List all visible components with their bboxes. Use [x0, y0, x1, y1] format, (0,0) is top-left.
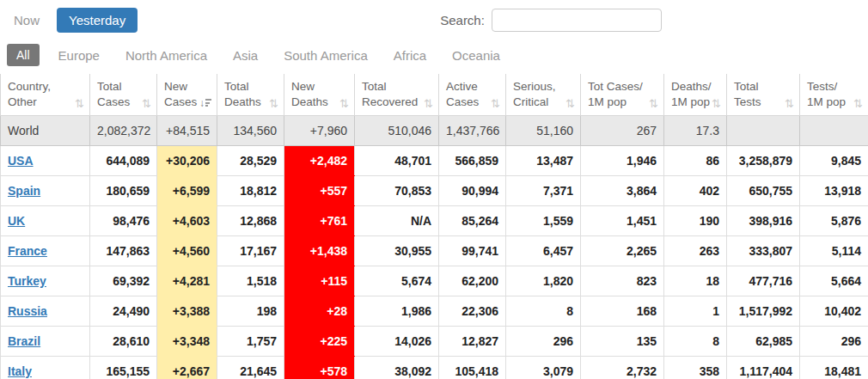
new-cases-cell: +3,388 [157, 296, 217, 326]
cases-per-1m-cell: 168 [581, 296, 664, 326]
total-recovered-cell: 14,026 [355, 326, 439, 356]
serious-critical-cell: 1,820 [506, 266, 581, 296]
table-row-russia: Russia 24,490 +3,388 198 +28 1,986 22,30… [1, 296, 868, 326]
col-header-total-tests[interactable]: TotalTests ⇅ [727, 74, 800, 115]
cases-per-1m-cell: 1,946 [581, 145, 664, 175]
tests-per-1m-cell: 5,876 [800, 205, 868, 235]
country-cell: World [1, 115, 90, 145]
total-tests-cell: 650,755 [727, 175, 800, 205]
total-tests-cell: 3,258,879 [727, 145, 800, 175]
cases-per-1m-cell: 3,864 [581, 175, 664, 205]
table-row-spain: Spain 180,659 +6,599 18,812 +557 70,853 … [1, 175, 868, 205]
search-label: Search: [440, 13, 485, 28]
search-area: Search: [440, 9, 662, 32]
country-link[interactable]: Russia [8, 304, 47, 318]
col-header-new-cases[interactable]: NewCases ↓ [157, 74, 217, 115]
sort-icon: ⇅ [491, 98, 500, 110]
cases-per-1m-cell: 2,265 [581, 235, 664, 266]
total-cases-cell: 2,082,372 [90, 115, 157, 145]
country-link[interactable]: France [8, 244, 47, 258]
col-header-serious-critical[interactable]: Serious,Critical ⇅ [506, 74, 581, 115]
tests-per-1m-cell: 5,114 [800, 235, 868, 266]
total-deaths-cell: 134,560 [217, 115, 284, 145]
total-cases-cell: 165,155 [90, 356, 157, 379]
total-tests-cell: 1,517,992 [727, 296, 800, 326]
active-cases-cell: 12,827 [439, 326, 506, 356]
table-row-france: France 147,863 +4,560 17,167 +1,438 30,9… [1, 235, 868, 266]
table-row-turkey: Turkey 69,392 +4,281 1,518 +115 5,674 62… [1, 266, 868, 296]
total-recovered-cell: 5,674 [355, 266, 439, 296]
deaths-per-1m-cell: 190 [664, 205, 727, 235]
tests-per-1m-cell: 296 [800, 326, 868, 356]
total-tests-cell [727, 115, 800, 145]
col-header-new-deaths[interactable]: NewDeaths ⇅ [284, 74, 355, 115]
sort-icon: ⇅ [269, 98, 278, 110]
col-header-tests-per-1m[interactable]: Tests/1M pop ⇅ [800, 74, 868, 115]
region-tab-asia[interactable]: Asia [233, 48, 258, 63]
region-tab-africa[interactable]: Africa [394, 48, 426, 63]
total-deaths-cell: 12,868 [217, 205, 284, 235]
country-cell: Russia [1, 296, 90, 326]
total-deaths-cell: 198 [217, 296, 284, 326]
new-deaths-cell: +1,438 [284, 235, 355, 266]
col-header-total-cases[interactable]: TotalCases ⇅ [90, 74, 157, 115]
tab-yesterday[interactable]: Yesterday [57, 8, 138, 33]
country-cell: Brazil [1, 326, 90, 356]
country-cell: Turkey [1, 266, 90, 296]
covid-stats-table: Country,Other ⇅ TotalCases ⇅ NewCases ↓ … [0, 74, 868, 379]
serious-critical-cell: 296 [506, 326, 581, 356]
region-tab-oceania[interactable]: Oceania [452, 48, 500, 63]
country-cell: Spain [1, 175, 90, 205]
new-cases-cell: +4,560 [157, 235, 217, 266]
total-tests-cell: 477,716 [727, 266, 800, 296]
new-deaths-cell: +557 [284, 175, 355, 205]
serious-critical-cell: 51,160 [506, 115, 581, 145]
sort-desc-icon: ↓ [199, 98, 211, 110]
new-deaths-cell: +7,960 [284, 115, 355, 145]
tab-now[interactable]: Now [14, 13, 40, 28]
search-input[interactable] [492, 9, 662, 32]
new-deaths-cell: +28 [284, 296, 355, 326]
total-deaths-cell: 18,812 [217, 175, 284, 205]
col-header-active-cases[interactable]: ActiveCases ⇅ [439, 74, 506, 115]
sort-icon: ⇅ [853, 98, 863, 110]
total-recovered-cell: 510,046 [355, 115, 439, 145]
col-header-cases-per-1m[interactable]: Tot Cases/1M pop ⇅ [581, 74, 664, 115]
tests-per-1m-cell: 10,402 [800, 296, 868, 326]
country-link[interactable]: Brazil [8, 334, 40, 348]
new-cases-cell: +4,281 [157, 266, 217, 296]
total-tests-cell: 398,916 [727, 205, 800, 235]
new-cases-cell: +84,515 [157, 115, 217, 145]
total-cases-cell: 147,863 [90, 235, 157, 266]
country-link[interactable]: UK [8, 214, 25, 228]
total-recovered-cell: 70,853 [355, 175, 439, 205]
total-cases-cell: 28,610 [90, 326, 157, 356]
sort-icon: ⇅ [565, 98, 575, 110]
new-deaths-cell: +2,482 [284, 145, 355, 175]
total-deaths-cell: 17,167 [217, 235, 284, 266]
region-tab-south-america[interactable]: South America [284, 48, 368, 63]
country-link[interactable]: USA [8, 154, 34, 168]
new-deaths-cell: +115 [284, 266, 355, 296]
col-header-total-recovered[interactable]: TotalRecovered ⇅ [355, 74, 439, 115]
total-cases-cell: 180,659 [90, 175, 157, 205]
tests-per-1m-cell: 18,481 [800, 356, 868, 379]
col-header-deaths-per-1m[interactable]: Deaths/1M pop ⇅ [664, 74, 727, 115]
sort-icon: ⇅ [424, 98, 433, 110]
table-row-italy: Italy 165,155 +2,667 21,645 +578 38,092 … [1, 356, 868, 379]
region-tab-north-america[interactable]: North America [125, 48, 207, 63]
cases-per-1m-cell: 267 [581, 115, 664, 145]
country-link[interactable]: Spain [8, 184, 40, 198]
country-link[interactable]: Italy [8, 364, 32, 378]
country-link[interactable]: Turkey [8, 274, 46, 288]
region-tab-europe[interactable]: Europe [58, 48, 100, 63]
sort-icon: ⇅ [712, 98, 721, 110]
serious-critical-cell: 7,371 [506, 175, 581, 205]
total-cases-cell: 24,490 [90, 296, 157, 326]
country-cell: Italy [1, 356, 90, 379]
total-recovered-cell: 30,955 [355, 235, 439, 266]
col-header-country[interactable]: Country,Other ⇅ [1, 74, 90, 115]
col-header-total-deaths[interactable]: TotalDeaths ⇅ [217, 74, 284, 115]
deaths-per-1m-cell: 402 [664, 175, 727, 205]
region-tab-all[interactable]: All [7, 44, 40, 66]
